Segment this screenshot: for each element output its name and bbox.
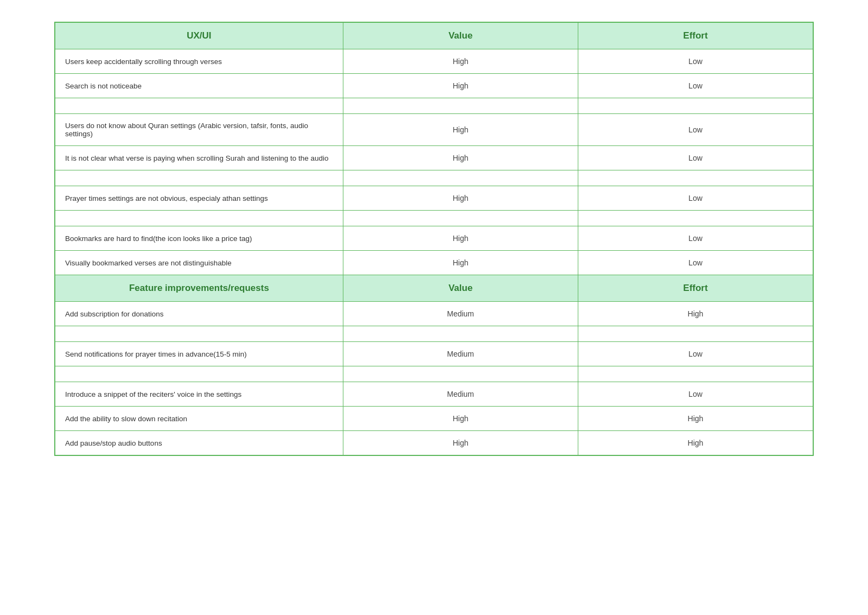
table-row: Add the ability to slow down recitation … xyxy=(55,407,813,431)
section1-col3-header: Effort xyxy=(578,23,813,49)
row-description: Search is not noticeabe xyxy=(55,74,343,98)
row-effort: Low xyxy=(578,49,813,74)
section1-col1-header: UX/UI xyxy=(55,23,343,49)
section2-col3-header: Effort xyxy=(578,275,813,302)
section2-col2-header: Value xyxy=(343,275,578,302)
row-value: High xyxy=(343,226,578,251)
row-effort: Low xyxy=(578,74,813,98)
row-value: Medium xyxy=(343,302,578,326)
row-effort: Low xyxy=(578,251,813,275)
table-row: Bookmarks are hard to find(the icon look… xyxy=(55,226,813,251)
table-row: Introduce a snippet of the reciters' voi… xyxy=(55,382,813,407)
section1-col2-header: Value xyxy=(343,23,578,49)
row-effort: Low xyxy=(578,146,813,170)
row-effort: Low xyxy=(578,186,813,211)
main-table: UX/UI Value Effort Users keep accidental… xyxy=(54,22,814,456)
row-effort: High xyxy=(578,302,813,326)
row-description: Add the ability to slow down recitation xyxy=(55,407,343,431)
table-row: It is not clear what verse is paying whe… xyxy=(55,146,813,170)
table-row: Add pause/stop audio buttons High High xyxy=(55,431,813,455)
row-effort: High xyxy=(578,407,813,431)
row-description: Prayer times settings are not obvious, e… xyxy=(55,186,343,211)
table-row: Prayer times settings are not obvious, e… xyxy=(55,186,813,211)
row-value: High xyxy=(343,49,578,74)
table-row: Send notifications for prayer times in a… xyxy=(55,342,813,366)
row-value: Medium xyxy=(343,342,578,366)
row-effort: Low xyxy=(578,114,813,146)
spacer-row xyxy=(55,170,813,186)
row-value: High xyxy=(343,146,578,170)
table-row: Users do not know about Quran settings (… xyxy=(55,114,813,146)
table-row: Users keep accidentally scrolling throug… xyxy=(55,49,813,74)
row-value: Medium xyxy=(343,382,578,407)
row-description: It is not clear what verse is paying whe… xyxy=(55,146,343,170)
row-effort: Low xyxy=(578,342,813,366)
section2-col1-header: Feature improvements/requests xyxy=(55,275,343,302)
row-value: High xyxy=(343,186,578,211)
table-row: Search is not noticeabe High Low xyxy=(55,74,813,98)
row-effort: Low xyxy=(578,382,813,407)
spacer-row xyxy=(55,98,813,114)
row-effort: High xyxy=(578,431,813,455)
row-description: Introduce a snippet of the reciters' voi… xyxy=(55,382,343,407)
spacer-row xyxy=(55,366,813,382)
row-description: Add pause/stop audio buttons xyxy=(55,431,343,455)
row-value: High xyxy=(343,114,578,146)
row-description: Users keep accidentally scrolling throug… xyxy=(55,49,343,74)
spacer-row xyxy=(55,326,813,342)
row-description: Bookmarks are hard to find(the icon look… xyxy=(55,226,343,251)
row-description: Users do not know about Quran settings (… xyxy=(55,114,343,146)
table-row: Add subscription for donations Medium Hi… xyxy=(55,302,813,326)
row-description: Send notifications for prayer times in a… xyxy=(55,342,343,366)
row-effort: Low xyxy=(578,226,813,251)
row-value: High xyxy=(343,431,578,455)
row-value: High xyxy=(343,251,578,275)
row-description: Add subscription for donations xyxy=(55,302,343,326)
table-row: Visually bookmarked verses are not disti… xyxy=(55,251,813,275)
spacer-row xyxy=(55,211,813,226)
row-value: High xyxy=(343,407,578,431)
section1-header-row: UX/UI Value Effort xyxy=(55,23,813,49)
section2-header-row: Feature improvements/requests Value Effo… xyxy=(55,275,813,302)
row-description: Visually bookmarked verses are not disti… xyxy=(55,251,343,275)
row-value: High xyxy=(343,74,578,98)
